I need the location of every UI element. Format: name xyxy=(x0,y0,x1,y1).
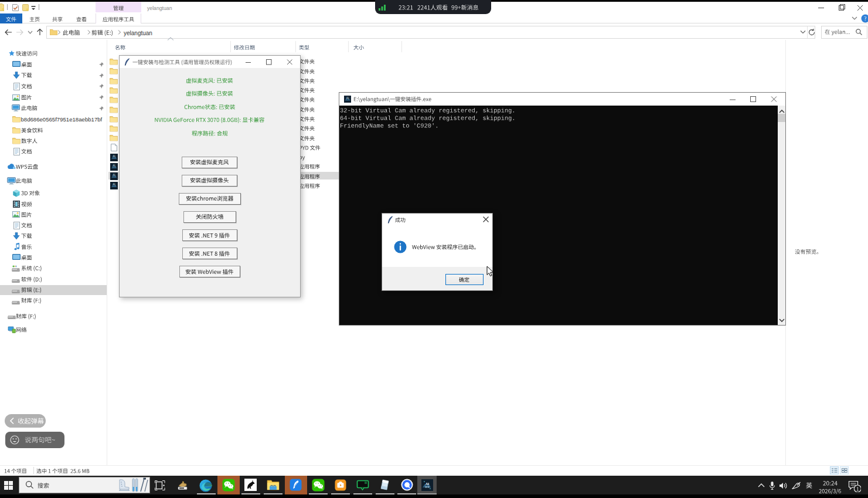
svg-text:AI: AI xyxy=(113,164,115,167)
svg-text:AI: AI xyxy=(113,183,115,186)
svg-text:AI: AI xyxy=(113,174,115,177)
svg-text:AI: AI xyxy=(426,482,429,486)
svg-text:AI: AI xyxy=(346,97,349,100)
svg-text:AI: AI xyxy=(113,155,115,158)
